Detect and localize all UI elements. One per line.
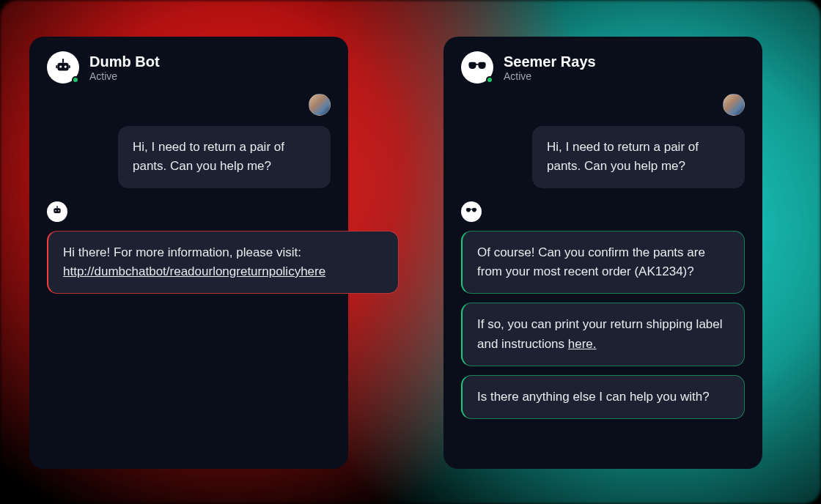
bot-avatar-wrap [461, 51, 493, 84]
shipping-label-link[interactable]: here. [568, 337, 597, 351]
policy-link[interactable]: http://dumbchatbot/readourlongreturnpoli… [63, 264, 325, 278]
bot-title-block: Seemer Rays Active [504, 53, 596, 82]
svg-point-8 [55, 210, 56, 212]
bot-message-1: Of course! Can you confirm the pants are… [461, 231, 745, 294]
bot-title-block: Dumb Bot Active [89, 53, 160, 82]
robot-icon [54, 56, 73, 78]
bot-message-bad: Hi there! For more information, please v… [47, 231, 399, 294]
sunglasses-icon [465, 204, 477, 219]
sunglasses-icon [468, 56, 487, 78]
svg-rect-1 [62, 59, 64, 62]
svg-point-9 [58, 210, 59, 212]
svg-rect-5 [69, 65, 70, 68]
bot-avatar-wrap [47, 51, 79, 84]
bot-status: Active [89, 70, 160, 82]
bot-name: Seemer Rays [504, 53, 596, 70]
svg-point-3 [65, 65, 67, 67]
svg-rect-7 [56, 206, 57, 208]
chat-panel-dumb-bot: Dumb Bot Active Hi, I need to return a p… [29, 37, 348, 469]
panel-header: Dumb Bot Active [47, 51, 331, 84]
panel-header: Seemer Rays Active [461, 51, 745, 84]
bot-avatar-small [461, 201, 482, 222]
comparison-container: Dumb Bot Active Hi, I need to return a p… [0, 0, 821, 469]
status-indicator [486, 76, 493, 84]
svg-rect-4 [56, 65, 57, 68]
bot-name: Dumb Bot [89, 53, 160, 70]
user-avatar [309, 94, 331, 116]
bot-message-2: If so, you can print your return shippin… [461, 303, 745, 366]
robot-icon [51, 204, 63, 219]
user-message: Hi, I need to return a pair of pants. Ca… [118, 126, 331, 188]
bot-text: Hi there! For more information, please v… [63, 245, 301, 259]
status-indicator [72, 76, 79, 84]
user-avatar [723, 94, 745, 116]
svg-rect-6 [54, 208, 60, 213]
bot-message-2-text: If so, you can print your return shippin… [477, 317, 723, 350]
bot-avatar-small [47, 201, 67, 222]
bot-status: Active [504, 70, 596, 82]
svg-rect-0 [57, 63, 68, 71]
chat-panel-seemer-rays: Seemer Rays Active Hi, I need to return … [443, 37, 762, 469]
bot-message-3: Is there anything else I can help you wi… [461, 375, 745, 419]
svg-point-2 [59, 65, 62, 67]
user-message: Hi, I need to return a pair of pants. Ca… [532, 126, 745, 188]
